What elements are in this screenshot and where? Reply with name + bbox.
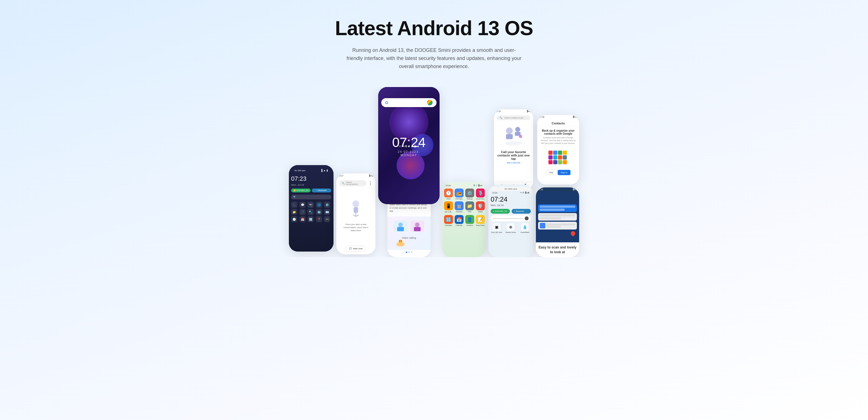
files-app-icon[interactable]: 📁 bbox=[465, 201, 474, 210]
app-icon[interactable]: 🎮 bbox=[324, 216, 330, 222]
start-chat-button[interactable]: 💬 Start chat bbox=[345, 246, 366, 252]
launcher-app-calculator[interactable]: 🔢 Calculator bbox=[444, 215, 453, 226]
underwater-icon[interactable]: 💧 bbox=[521, 223, 529, 231]
scanqr-label: Scan QR code bbox=[491, 231, 502, 233]
svg-text:Video calling: Video calling bbox=[402, 236, 416, 239]
messages-search[interactable]: 🔍 Search conversations bbox=[339, 180, 367, 186]
app-icon[interactable]: 📞 bbox=[291, 202, 297, 208]
svg-rect-31 bbox=[553, 160, 557, 164]
app-icon[interactable]: 📅 bbox=[300, 216, 306, 222]
scan-bottom-area: Easy to scan and lovely to look at bbox=[536, 243, 579, 257]
qs-app-nearby[interactable]: ⊕ Nearby Share bbox=[505, 223, 517, 233]
app-icon[interactable]: 🔦 bbox=[308, 209, 314, 215]
status-bar-8: 07:24 ✏ ⚙ ▐▲▮ bbox=[491, 191, 531, 194]
qs-app-scanqr[interactable]: ▣ Scan QR code bbox=[491, 223, 503, 233]
launcher-app-settings[interactable]: ⚙️ Settings bbox=[465, 189, 474, 200]
backup-illustration bbox=[537, 147, 579, 168]
bt-icon-qs: ᛒ bbox=[514, 210, 515, 212]
launcher-app-notes[interactable]: 📝 Keep Notes bbox=[476, 215, 485, 226]
start-chat-label: Start chat bbox=[353, 247, 362, 250]
launcher-app-assistant[interactable]: 🤖 Assistant bbox=[455, 201, 464, 213]
brightness-slider[interactable] bbox=[491, 215, 531, 221]
svg-rect-25 bbox=[563, 151, 567, 155]
backup-subtitle: Contacts works best with a Google Accoun… bbox=[539, 136, 577, 144]
recorder-app-icon[interactable]: 🎙️ bbox=[476, 189, 485, 197]
app-icon[interactable]: 🔢 bbox=[308, 216, 314, 222]
status-icons-7: ⚙️ ᛒ ▐▲▮ bbox=[473, 184, 482, 187]
google-mic-icon[interactable] bbox=[427, 100, 433, 105]
nearby-icon[interactable]: ⊕ bbox=[507, 223, 515, 231]
assistant-app-icon[interactable]: 🤖 bbox=[455, 201, 464, 210]
qs-wifi-label: DOOGEE_5G bbox=[495, 210, 507, 212]
scanqr-icon[interactable]: ▣ bbox=[493, 223, 500, 231]
calendar-app-icon[interactable]: 📅 bbox=[455, 215, 464, 224]
wifi-quick-btn[interactable]: 📶 DOOGEE_5G bbox=[291, 189, 311, 192]
qs-wifi-button[interactable]: ● DOOGEE_5G bbox=[491, 209, 510, 214]
safety-app-icon[interactable]: 🛡️ bbox=[476, 201, 485, 210]
files-app-label: Files bbox=[468, 211, 472, 213]
status-icons-2: ▐▲▮ bbox=[369, 174, 373, 177]
calc-app-icon[interactable]: 🔢 bbox=[444, 215, 453, 224]
app-icon[interactable]: ⚙️ bbox=[324, 202, 330, 208]
signin-button[interactable]: Sign in bbox=[558, 170, 570, 175]
messages-empty-text: Once you start a new conversation, you'l… bbox=[342, 223, 370, 232]
launcher-app-calendar[interactable]: 📅 Calendar bbox=[455, 215, 464, 226]
header-section: Latest Android 13 OS Running on Android … bbox=[11, 17, 857, 70]
app-icon[interactable]: 📍 bbox=[316, 216, 322, 222]
qs-bt-button[interactable]: ᛒ Bluetooth bbox=[512, 209, 531, 214]
dark-search-bar[interactable]: 🔍 bbox=[291, 195, 331, 199]
sim-app-icon[interactable]: 📱 bbox=[444, 201, 453, 210]
launcher-app-contacts[interactable]: 👤 Contacts bbox=[465, 215, 474, 226]
radio-app-icon[interactable]: 📻 bbox=[455, 189, 464, 197]
svg-line-4 bbox=[356, 215, 359, 217]
svg-point-20 bbox=[519, 135, 522, 138]
launcher-app-files[interactable]: 📁 Files bbox=[465, 201, 474, 213]
launcher-app-clock[interactable]: 🕐 Clock bbox=[444, 189, 453, 200]
dot-3 bbox=[411, 252, 412, 253]
app-icon[interactable]: 🕐 bbox=[291, 216, 297, 222]
contacts-search-bar[interactable]: 🔍 Search contacts & pla... bbox=[497, 116, 530, 120]
svg-line-3 bbox=[353, 215, 356, 217]
brightness-thumb[interactable] bbox=[525, 217, 529, 220]
launcher-app-safety[interactable]: 🛡️ Safety bbox=[476, 201, 485, 213]
messages-menu-icon[interactable]: ⋮ bbox=[368, 181, 373, 186]
add-favorite-link[interactable]: Add a favorite bbox=[497, 161, 530, 164]
launcher-app-sim[interactable]: 📱 SIM 工具... bbox=[444, 201, 453, 213]
rightmost-column: 07:38 ▐▲▮ Contacts Back up & organize yo… bbox=[536, 115, 579, 257]
clock-app-icon[interactable]: 🕐 bbox=[444, 189, 453, 197]
wallpaper-screen: 07:24 ⚙️ 📱 ᛒ ▐▲▮ G bbox=[378, 87, 440, 204]
settings-app-label: Settings bbox=[467, 198, 473, 200]
app-icon[interactable]: 🗺️ bbox=[316, 209, 322, 215]
time-label-5: 07:38 bbox=[539, 116, 545, 118]
app-icon[interactable]: 📷 bbox=[308, 202, 314, 208]
contacts-illustration bbox=[494, 123, 533, 150]
google-search-bar[interactable]: G bbox=[381, 98, 436, 107]
notes-app-icon[interactable]: 📝 bbox=[476, 215, 485, 224]
app-icon[interactable]: 🎵 bbox=[300, 209, 306, 215]
recorder-app-label: Sound Rec. bbox=[476, 198, 485, 200]
bt-quick-btn[interactable]: ᛒ Bluetooth bbox=[312, 189, 331, 192]
svg-rect-27 bbox=[553, 155, 557, 160]
app-icon[interactable]: 📧 bbox=[324, 209, 330, 215]
qs-app-underwater[interactable]: 💧 UnderWater bbox=[519, 223, 531, 233]
app-icon[interactable]: 🌐 bbox=[316, 202, 322, 208]
status-bar-7: 07:24 ⚙️ ᛒ ▐▲▮ bbox=[444, 184, 484, 187]
time-label-9: 07:28 bbox=[538, 189, 543, 191]
backup-title: Back up & organize your contacts with Go… bbox=[539, 129, 577, 135]
qs-date: Mon, Jul 24 bbox=[491, 204, 531, 207]
skip-button[interactable]: Skip bbox=[546, 170, 557, 175]
dot-2 bbox=[408, 252, 410, 253]
time-label: 07:27 bbox=[339, 175, 344, 177]
svg-point-16 bbox=[506, 127, 513, 134]
status-icons-4: ▐▲▮ bbox=[526, 110, 531, 112]
svg-rect-7 bbox=[397, 227, 404, 231]
contacts-app-icon[interactable]: 👤 bbox=[465, 215, 474, 224]
status-icons-5: ▐▲▮ bbox=[572, 116, 577, 118]
phones-showcase: No SIM card ▐ ▲ ▮ 07:23 Mon, Jul 24 📶 DO… bbox=[11, 87, 857, 257]
launcher-app-recorder[interactable]: 🎙️ Sound Rec. bbox=[476, 189, 485, 200]
settings-app-icon[interactable]: ⚙️ bbox=[465, 189, 474, 197]
nearby-label: Nearby Share bbox=[505, 231, 516, 233]
app-icon[interactable]: 💬 bbox=[300, 202, 306, 208]
launcher-app-radio[interactable]: 📻 FM Radio bbox=[455, 189, 464, 200]
app-icon[interactable]: 📁 bbox=[291, 209, 297, 215]
